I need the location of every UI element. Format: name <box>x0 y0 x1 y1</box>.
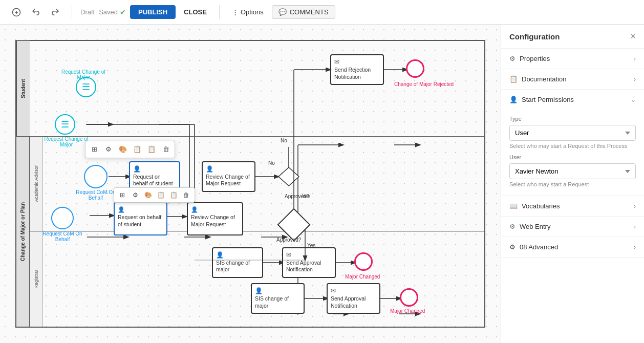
documentation-section: 📋 Documentation › <box>501 69 644 90</box>
toolbar-paste2-btn[interactable]: 📋 <box>145 143 158 156</box>
documentation-icon: 📋 <box>509 75 518 83</box>
toolbar-delete-btn[interactable]: 🗑 <box>159 143 173 156</box>
panel-header: Configuration × <box>501 25 644 49</box>
float-tb-settings[interactable]: ⚙ <box>129 189 141 201</box>
svg-text:Yes: Yes <box>302 194 310 199</box>
request-com-start[interactable] <box>84 165 108 188</box>
documentation-chevron: › <box>634 76 636 83</box>
options-dots-icon: ⋮ <box>232 8 239 16</box>
web-entry-section: ⚙ Web Entry › <box>501 217 644 237</box>
review-task[interactable]: 👤 Review Change of Major Request <box>202 161 255 192</box>
academic-advisor-lane: Academic Advisor ⊞ ⚙ 🎨 📋 📋 🗑 <box>30 137 484 232</box>
toolbar-color-btn[interactable]: 🎨 <box>116 143 130 156</box>
svg-text:No: No <box>268 160 275 166</box>
send-approval-task[interactable]: ✉ Send Approval Notification <box>282 247 336 278</box>
floating-node-toolbar: ⊞ ⚙ 🎨 📋 📋 🗑 <box>114 187 195 203</box>
panel-title: Configuration <box>509 32 560 41</box>
documentation-label: Documentation <box>522 75 634 83</box>
send-approval-registrar[interactable]: ✉ Send Approval Notification <box>327 283 380 314</box>
vocabularies-chevron: › <box>634 203 636 210</box>
comments-button[interactable]: 💬 COMMENTS <box>272 5 335 19</box>
float-tb-delete[interactable]: 🗑 <box>180 189 192 201</box>
publish-button[interactable]: PUBLISH <box>130 5 176 19</box>
saved-check-icon: ✔ <box>120 8 126 16</box>
toolbar-paste-btn[interactable]: 📋 <box>131 143 144 156</box>
vocabularies-section: 📖 Vocabularies › <box>501 196 644 217</box>
student-lane-label: Student <box>16 41 30 136</box>
redo-icon-btn[interactable] <box>47 4 63 20</box>
documentation-header[interactable]: 📋 Documentation › <box>501 69 644 89</box>
review-task-icon: 👤 <box>206 165 251 173</box>
user-field-wrapper: User Xavier Newton Select who may start … <box>509 154 636 187</box>
request-com-label: Request CoM On Behalf <box>73 189 119 201</box>
student-request-label: Request Change of Major <box>42 136 91 147</box>
vocabularies-header[interactable]: 📖 Vocabularies › <box>501 196 644 216</box>
advanced-header[interactable]: ⚙ 08 Advanced › <box>501 237 644 257</box>
change-rejected-label: Change of Major Rejected <box>394 81 454 87</box>
approval-text: Send Approval Notification <box>331 295 376 309</box>
properties-section: ⚙ Properties › <box>501 49 644 69</box>
send-rejection-text: Send Rejection Notification <box>334 67 380 80</box>
web-entry-header[interactable]: ⚙ Web Entry › <box>501 217 644 237</box>
type-field-label: Type <box>509 116 636 122</box>
advisor-start[interactable] <box>51 207 74 229</box>
student-lane: Student ☰ Request Change of Major <box>16 41 484 137</box>
start-permissions-icon: 👤 <box>509 96 518 103</box>
major-changed-label: Major Changed <box>345 274 380 280</box>
node-toolbar: ⊞ ⚙ 🎨 📋 📋 🗑 <box>85 141 175 158</box>
approval-envelope-icon: ✉ <box>331 287 376 294</box>
registrar-label: Registrar <box>30 232 43 327</box>
request-behalf-main-task[interactable]: 👤 Request on behalf of student <box>114 202 167 235</box>
sis-icon: 👤 <box>255 287 300 294</box>
review-major-task[interactable]: 👤 Review Change of Major Request <box>187 202 243 235</box>
float-tb-paste1[interactable]: 📋 <box>155 189 167 201</box>
toolbar-copy-btn[interactable]: ⊞ <box>88 143 101 156</box>
start-permissions-label: Start Permissions <box>522 96 631 103</box>
undo-icon-btn[interactable] <box>28 4 44 20</box>
type-hint: Select who may start a Request of this P… <box>509 143 636 149</box>
behalf-icon: 👤 <box>118 206 163 213</box>
list-icon: ☰ <box>82 81 90 93</box>
user-task-icon: 👤 <box>133 165 176 173</box>
sis-change-task[interactable]: 👤 SIS change of major <box>251 283 305 314</box>
type-select[interactable]: User Group Any <box>509 125 636 141</box>
major-changed-end[interactable] <box>354 252 373 271</box>
toolbar-settings-btn[interactable]: ⚙ <box>102 143 115 156</box>
web-entry-label: Web Entry <box>520 223 634 230</box>
start-permissions-content: Type User Group Any Select who may start… <box>501 110 644 196</box>
sis-task[interactable]: 👤 SIS change of major <box>212 247 263 278</box>
start-permissions-chevron: ⌄ <box>631 96 636 103</box>
user-select[interactable]: Xavier Newton <box>509 163 636 179</box>
panel-close-button[interactable]: × <box>630 32 636 41</box>
web-entry-chevron: › <box>634 223 636 230</box>
request-change-label: Request Change of Major <box>60 69 106 80</box>
change-rejected-end[interactable] <box>406 59 424 78</box>
svg-marker-15 <box>278 167 299 186</box>
academic-advisor-label: Academic Advisor <box>30 137 43 231</box>
student-start[interactable]: ☰ <box>55 114 75 135</box>
approved-label: Approved? <box>276 237 301 243</box>
sis-text: SIS change of major <box>255 295 300 309</box>
properties-header[interactable]: ⚙ Properties › <box>501 49 644 69</box>
close-button[interactable]: CLOSE <box>180 6 211 18</box>
send-rejection-task[interactable]: ✉ Send Rejection Notification <box>330 54 384 85</box>
start-permissions-header[interactable]: 👤 Start Permissions ⌄ <box>501 90 644 110</box>
float-tb-copy[interactable]: ⊞ <box>116 189 128 201</box>
toolbar: Draft Saved ✔ PUBLISH CLOSE ⋮ Options 💬 … <box>0 0 644 25</box>
float-tb-color[interactable]: 🎨 <box>142 189 154 201</box>
advanced-chevron: › <box>634 244 636 251</box>
svg-text:Approved?: Approved? <box>285 194 310 199</box>
request-behalf-text: Request on behalf of student <box>133 174 176 187</box>
toolbar-icon-group <box>8 4 63 20</box>
options-button[interactable]: ⋮ Options <box>228 6 268 18</box>
canvas-area[interactable]: Student ☰ Request Change of Major Cha <box>0 25 501 343</box>
academic-advisor-content: ⊞ ⚙ 🎨 📋 📋 🗑 Request CoM On Behalf <box>43 137 484 231</box>
float-tb-paste2[interactable]: 📋 <box>167 189 180 201</box>
toolbar-divider <box>72 5 72 19</box>
right-panel: Configuration × ⚙ Properties › 📋 Documen… <box>501 25 644 343</box>
major-changed-end-registrar[interactable] <box>400 288 418 307</box>
send-rejection-icon: ✉ <box>334 58 380 66</box>
advanced-section: ⚙ 08 Advanced › <box>501 237 644 258</box>
advanced-label: 08 Advanced <box>520 243 634 251</box>
save-icon-btn[interactable] <box>8 4 25 20</box>
